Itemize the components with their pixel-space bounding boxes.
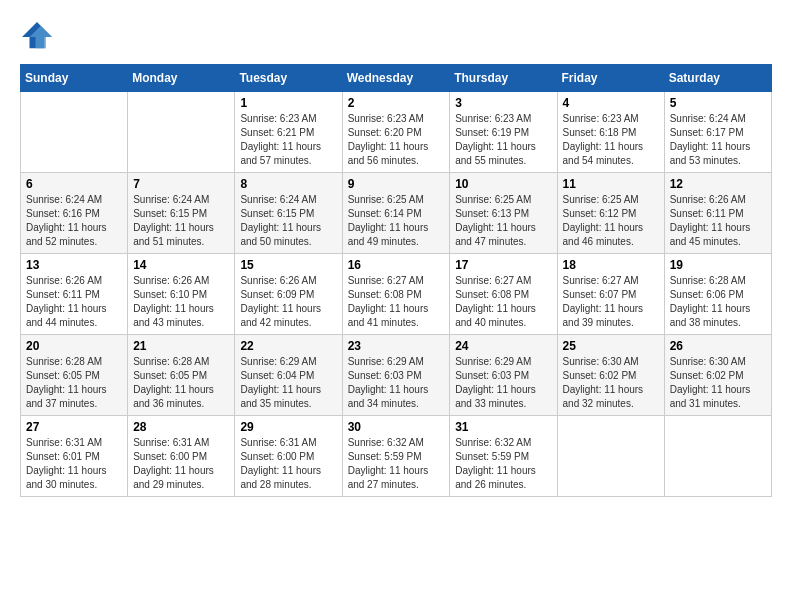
day-number: 20 [26, 339, 122, 353]
day-info: Sunrise: 6:23 AM Sunset: 6:20 PM Dayligh… [348, 112, 445, 168]
calendar-cell: 26Sunrise: 6:30 AM Sunset: 6:02 PM Dayli… [664, 335, 771, 416]
day-number: 21 [133, 339, 229, 353]
day-info: Sunrise: 6:24 AM Sunset: 6:16 PM Dayligh… [26, 193, 122, 249]
calendar-cell: 25Sunrise: 6:30 AM Sunset: 6:02 PM Dayli… [557, 335, 664, 416]
calendar-cell: 6Sunrise: 6:24 AM Sunset: 6:16 PM Daylig… [21, 173, 128, 254]
calendar-cell: 30Sunrise: 6:32 AM Sunset: 5:59 PM Dayli… [342, 416, 450, 497]
calendar-cell: 3Sunrise: 6:23 AM Sunset: 6:19 PM Daylig… [450, 92, 557, 173]
day-number: 13 [26, 258, 122, 272]
day-number: 2 [348, 96, 445, 110]
calendar-cell: 4Sunrise: 6:23 AM Sunset: 6:18 PM Daylig… [557, 92, 664, 173]
day-info: Sunrise: 6:29 AM Sunset: 6:03 PM Dayligh… [455, 355, 551, 411]
calendar-cell: 7Sunrise: 6:24 AM Sunset: 6:15 PM Daylig… [128, 173, 235, 254]
day-of-week-header: Friday [557, 65, 664, 92]
day-number: 3 [455, 96, 551, 110]
day-number: 28 [133, 420, 229, 434]
day-info: Sunrise: 6:31 AM Sunset: 6:01 PM Dayligh… [26, 436, 122, 492]
calendar-cell: 19Sunrise: 6:28 AM Sunset: 6:06 PM Dayli… [664, 254, 771, 335]
day-info: Sunrise: 6:25 AM Sunset: 6:14 PM Dayligh… [348, 193, 445, 249]
calendar-week-row: 20Sunrise: 6:28 AM Sunset: 6:05 PM Dayli… [21, 335, 772, 416]
day-number: 15 [240, 258, 336, 272]
day-of-week-header: Tuesday [235, 65, 342, 92]
day-info: Sunrise: 6:24 AM Sunset: 6:17 PM Dayligh… [670, 112, 766, 168]
day-info: Sunrise: 6:27 AM Sunset: 6:08 PM Dayligh… [348, 274, 445, 330]
day-number: 24 [455, 339, 551, 353]
day-info: Sunrise: 6:29 AM Sunset: 6:04 PM Dayligh… [240, 355, 336, 411]
day-info: Sunrise: 6:32 AM Sunset: 5:59 PM Dayligh… [348, 436, 445, 492]
day-number: 25 [563, 339, 659, 353]
calendar-cell: 9Sunrise: 6:25 AM Sunset: 6:14 PM Daylig… [342, 173, 450, 254]
day-number: 30 [348, 420, 445, 434]
day-number: 18 [563, 258, 659, 272]
day-of-week-header: Thursday [450, 65, 557, 92]
calendar-cell: 2Sunrise: 6:23 AM Sunset: 6:20 PM Daylig… [342, 92, 450, 173]
calendar-header-row: SundayMondayTuesdayWednesdayThursdayFrid… [21, 65, 772, 92]
calendar-table: SundayMondayTuesdayWednesdayThursdayFrid… [20, 64, 772, 497]
day-number: 4 [563, 96, 659, 110]
calendar-cell: 24Sunrise: 6:29 AM Sunset: 6:03 PM Dayli… [450, 335, 557, 416]
day-number: 22 [240, 339, 336, 353]
day-number: 1 [240, 96, 336, 110]
day-number: 19 [670, 258, 766, 272]
day-info: Sunrise: 6:29 AM Sunset: 6:03 PM Dayligh… [348, 355, 445, 411]
calendar-cell: 16Sunrise: 6:27 AM Sunset: 6:08 PM Dayli… [342, 254, 450, 335]
calendar-cell: 28Sunrise: 6:31 AM Sunset: 6:00 PM Dayli… [128, 416, 235, 497]
day-info: Sunrise: 6:25 AM Sunset: 6:13 PM Dayligh… [455, 193, 551, 249]
calendar-week-row: 6Sunrise: 6:24 AM Sunset: 6:16 PM Daylig… [21, 173, 772, 254]
day-info: Sunrise: 6:31 AM Sunset: 6:00 PM Dayligh… [133, 436, 229, 492]
calendar-cell: 8Sunrise: 6:24 AM Sunset: 6:15 PM Daylig… [235, 173, 342, 254]
day-number: 27 [26, 420, 122, 434]
day-info: Sunrise: 6:26 AM Sunset: 6:10 PM Dayligh… [133, 274, 229, 330]
day-of-week-header: Saturday [664, 65, 771, 92]
day-info: Sunrise: 6:24 AM Sunset: 6:15 PM Dayligh… [240, 193, 336, 249]
calendar-cell [557, 416, 664, 497]
day-number: 29 [240, 420, 336, 434]
calendar-cell: 11Sunrise: 6:25 AM Sunset: 6:12 PM Dayli… [557, 173, 664, 254]
day-info: Sunrise: 6:26 AM Sunset: 6:11 PM Dayligh… [26, 274, 122, 330]
day-number: 12 [670, 177, 766, 191]
day-of-week-header: Wednesday [342, 65, 450, 92]
day-info: Sunrise: 6:26 AM Sunset: 6:11 PM Dayligh… [670, 193, 766, 249]
day-info: Sunrise: 6:27 AM Sunset: 6:08 PM Dayligh… [455, 274, 551, 330]
calendar-week-row: 1Sunrise: 6:23 AM Sunset: 6:21 PM Daylig… [21, 92, 772, 173]
day-info: Sunrise: 6:32 AM Sunset: 5:59 PM Dayligh… [455, 436, 551, 492]
day-number: 14 [133, 258, 229, 272]
day-number: 8 [240, 177, 336, 191]
day-info: Sunrise: 6:28 AM Sunset: 6:05 PM Dayligh… [133, 355, 229, 411]
day-info: Sunrise: 6:23 AM Sunset: 6:18 PM Dayligh… [563, 112, 659, 168]
day-number: 6 [26, 177, 122, 191]
calendar-cell [664, 416, 771, 497]
calendar-week-row: 27Sunrise: 6:31 AM Sunset: 6:01 PM Dayli… [21, 416, 772, 497]
day-number: 26 [670, 339, 766, 353]
day-info: Sunrise: 6:23 AM Sunset: 6:19 PM Dayligh… [455, 112, 551, 168]
day-number: 5 [670, 96, 766, 110]
day-of-week-header: Monday [128, 65, 235, 92]
calendar-cell: 27Sunrise: 6:31 AM Sunset: 6:01 PM Dayli… [21, 416, 128, 497]
day-info: Sunrise: 6:30 AM Sunset: 6:02 PM Dayligh… [670, 355, 766, 411]
day-info: Sunrise: 6:27 AM Sunset: 6:07 PM Dayligh… [563, 274, 659, 330]
day-info: Sunrise: 6:23 AM Sunset: 6:21 PM Dayligh… [240, 112, 336, 168]
day-info: Sunrise: 6:26 AM Sunset: 6:09 PM Dayligh… [240, 274, 336, 330]
day-number: 31 [455, 420, 551, 434]
day-info: Sunrise: 6:28 AM Sunset: 6:05 PM Dayligh… [26, 355, 122, 411]
calendar-cell: 1Sunrise: 6:23 AM Sunset: 6:21 PM Daylig… [235, 92, 342, 173]
calendar-cell: 10Sunrise: 6:25 AM Sunset: 6:13 PM Dayli… [450, 173, 557, 254]
calendar-cell: 17Sunrise: 6:27 AM Sunset: 6:08 PM Dayli… [450, 254, 557, 335]
calendar-cell [128, 92, 235, 173]
page-header [20, 20, 772, 54]
day-of-week-header: Sunday [21, 65, 128, 92]
day-number: 17 [455, 258, 551, 272]
logo [20, 20, 52, 54]
day-number: 7 [133, 177, 229, 191]
day-number: 9 [348, 177, 445, 191]
day-info: Sunrise: 6:30 AM Sunset: 6:02 PM Dayligh… [563, 355, 659, 411]
calendar-week-row: 13Sunrise: 6:26 AM Sunset: 6:11 PM Dayli… [21, 254, 772, 335]
calendar-cell: 12Sunrise: 6:26 AM Sunset: 6:11 PM Dayli… [664, 173, 771, 254]
calendar-cell: 5Sunrise: 6:24 AM Sunset: 6:17 PM Daylig… [664, 92, 771, 173]
calendar-cell: 13Sunrise: 6:26 AM Sunset: 6:11 PM Dayli… [21, 254, 128, 335]
calendar-cell: 20Sunrise: 6:28 AM Sunset: 6:05 PM Dayli… [21, 335, 128, 416]
calendar-cell: 22Sunrise: 6:29 AM Sunset: 6:04 PM Dayli… [235, 335, 342, 416]
day-info: Sunrise: 6:25 AM Sunset: 6:12 PM Dayligh… [563, 193, 659, 249]
calendar-cell: 15Sunrise: 6:26 AM Sunset: 6:09 PM Dayli… [235, 254, 342, 335]
day-number: 10 [455, 177, 551, 191]
